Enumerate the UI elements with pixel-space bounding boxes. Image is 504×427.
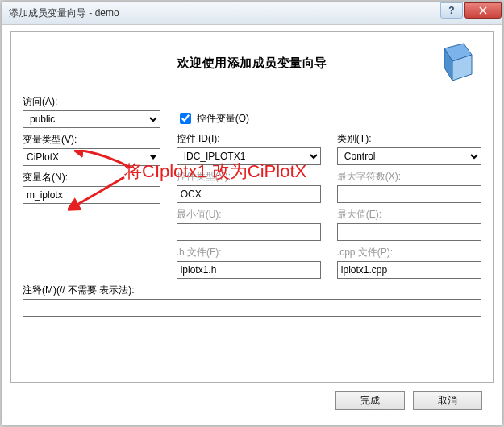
controlvar-checkbox[interactable] xyxy=(180,113,191,124)
comment-row: 注释(M)(// 不需要 表示法): xyxy=(23,284,481,317)
access-select[interactable]: public xyxy=(23,110,160,128)
button-bar: 完成 取消 xyxy=(10,383,494,418)
close-button[interactable] xyxy=(464,2,502,19)
controlvar-row: 控件变量(O) xyxy=(177,110,321,127)
titlebar: 添加成员变量向导 - demo ? xyxy=(2,2,502,25)
comment-label: 注释(M)(// 不需要 表示法): xyxy=(23,284,481,297)
col-mid: 控件变量(O) 控件 ID(I): IDC_IPLOTX1 控件类型(Y): 最… xyxy=(177,90,321,279)
maxvalue-label: 最大值(E): xyxy=(337,208,481,222)
controlid-select[interactable]: IDC_IPLOTX1 xyxy=(177,147,321,165)
dialog-window: 添加成员变量向导 - demo ? 欢迎使用添加成员变量向导 访问(A): xyxy=(2,2,502,425)
chevron-down-icon xyxy=(150,155,156,160)
controltype-label: 控件类型(Y): xyxy=(177,170,321,184)
cube-icon xyxy=(428,40,478,85)
col-right: 类别(T): Control 最大字符数(X): 最大值(E): .cpp 文件… xyxy=(337,90,481,279)
varname-input[interactable] xyxy=(23,186,160,204)
minvalue-label: 最小值(U): xyxy=(177,208,321,222)
close-icon xyxy=(479,6,487,15)
minvalue-input xyxy=(177,223,321,241)
category-label: 类别(T): xyxy=(337,132,481,146)
controltype-field xyxy=(177,185,321,203)
category-select[interactable]: Control xyxy=(337,147,481,165)
form-columns: 访问(A): public 变量类型(V): CiPlotX 变量名(N): xyxy=(23,90,481,279)
cppfile-label: .cpp 文件(P): xyxy=(337,246,481,259)
banner: 欢迎使用添加成员变量向导 xyxy=(23,40,481,85)
col-left: 访问(A): public 变量类型(V): CiPlotX 变量名(N): xyxy=(23,90,160,279)
hfile-label: .h 文件(F): xyxy=(177,246,321,259)
window-title: 添加成员变量向导 - demo xyxy=(9,6,119,20)
comment-input[interactable] xyxy=(23,299,481,317)
cppfile-field xyxy=(337,261,481,279)
inner-panel: 欢迎使用添加成员变量向导 访问(A): public 变量类型(V): Ci xyxy=(10,31,494,383)
maxchars-label: 最大字符数(X): xyxy=(337,170,481,184)
content: 欢迎使用添加成员变量向导 访问(A): public 变量类型(V): Ci xyxy=(2,25,502,425)
banner-title: 欢迎使用添加成员变量向导 xyxy=(177,56,327,71)
maxchars-input xyxy=(337,185,481,203)
controlvar-label: 控件变量(O) xyxy=(197,112,249,126)
cancel-button[interactable]: 取消 xyxy=(413,391,482,410)
vartype-combo[interactable]: CiPlotX xyxy=(23,148,160,166)
finish-button[interactable]: 完成 xyxy=(335,391,405,410)
varname-label: 变量名(N): xyxy=(23,171,160,184)
controlid-label: 控件 ID(I): xyxy=(177,132,321,146)
vartype-value: CiPlotX xyxy=(27,151,59,163)
help-button[interactable]: ? xyxy=(440,2,463,19)
maxvalue-input xyxy=(337,223,481,241)
access-label: 访问(A): xyxy=(23,95,160,109)
titlebar-buttons: ? xyxy=(440,2,502,19)
vartype-label: 变量类型(V): xyxy=(23,133,160,147)
hfile-field xyxy=(177,261,321,279)
